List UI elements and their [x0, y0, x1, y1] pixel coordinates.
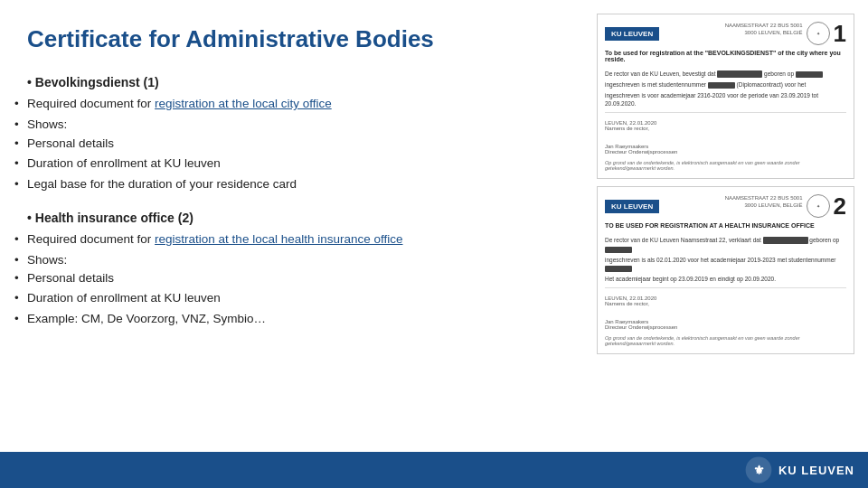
ku-leuven-logo-text: KU LEUVEN	[778, 464, 854, 477]
cert-card-1-header: KU LEUVEN NAAMSESTRAAT 22 BUS 50013000 L…	[605, 22, 846, 45]
ku-leuven-badge-1-text: KU LEUVEN	[611, 30, 653, 38]
section1-items: Required document for registration at th…	[27, 95, 561, 194]
cert-2-line1: De rector van de KU Leuven Naamsestraat …	[605, 236, 846, 254]
link-local-city-office[interactable]: registration at the local city office	[155, 97, 332, 110]
cert-1-signature: LEUVEN, 22.01.2020 Namens de rector, Jan…	[605, 120, 846, 155]
section2-items: Required document for registration at th…	[27, 230, 561, 330]
section2-item1: Required document for registration at th…	[27, 230, 561, 249]
section2-shows-items: Personal details Duration of enrollment …	[27, 269, 561, 308]
page-title: Certificate for Administrative Bodies	[27, 25, 561, 53]
cert-2-redact3	[605, 266, 632, 272]
section2-item2: Shows: Personal details Duration of enro…	[27, 251, 561, 309]
right-panel-inner: KU LEUVEN NAAMSESTRAAT 22 BUS 50013000 L…	[592, 9, 859, 395]
cert-2-title: TO BE USED FOR REGISTRATION AT A HEALTH …	[605, 222, 846, 229]
cert-1-seal: ✦	[807, 22, 830, 45]
cert-1-sig-space	[605, 131, 846, 144]
section2-title: • Health insurance office (2)	[27, 211, 193, 225]
section1-item1: Required document for registration at th…	[27, 95, 561, 114]
section-bevolkingsdienst: • Bevolkingsdienst (1) Required document…	[27, 73, 561, 194]
ku-leuven-logo-bottom: ⚜ KU LEUVEN	[744, 455, 854, 484]
cert-2-redact2	[605, 247, 632, 253]
cert-2-sig-space	[605, 306, 846, 319]
cert-2-footer: Op grond van de ondertekende, is elektro…	[605, 335, 846, 346]
right-panel: KU LEUVEN NAAMSESTRAAT 22 BUS 50013000 L…	[588, 0, 868, 488]
ku-leuven-badge-1: KU LEUVEN	[605, 27, 659, 41]
section1-title: • Bevolkingsdienst (1)	[27, 75, 159, 89]
cert-1-redact2	[796, 71, 823, 78]
bottom-logo-bar: ⚜ KU LEUVEN	[0, 452, 868, 488]
cert-1-signer-title: Directeur Onderwijsprocessen	[605, 149, 846, 155]
section2-shows-label: Shows:	[27, 253, 67, 267]
section1-item3: Legal base for the duration of your resi…	[27, 175, 561, 194]
ku-leuven-logo-icon: ⚜	[744, 455, 773, 484]
cert-1-footer: Op grond van de ondertekende, is elektro…	[605, 160, 846, 171]
content-list: • Bevolkingsdienst (1) Required document…	[27, 73, 561, 329]
section2-shows-item1: Personal details	[27, 269, 561, 288]
cert-card-2-number: 2	[834, 194, 846, 218]
ku-leuven-badge-2: KU LEUVEN	[605, 200, 659, 213]
left-panel: Certificate for Administrative Bodies • …	[0, 0, 588, 488]
section2-shows-item2: Duration of enrollment at KU leuven	[27, 289, 561, 308]
cert-2-seal: ✦	[807, 194, 830, 218]
section1-shows-item2: Duration of enrollment at KU leuven	[27, 155, 561, 174]
cert-1-redact3	[708, 82, 735, 89]
ku-leuven-badge-2-text: KU LEUVEN	[611, 202, 653, 211]
section2-item3: Example: CM, De Voorzorg, VNZ, Symbio…	[27, 310, 561, 329]
cert-2-redact1	[763, 237, 808, 244]
cert-1-divider	[605, 112, 846, 113]
section1-shows-items: Personal details Duration of enrollment …	[27, 135, 561, 174]
cert-1-redact1	[717, 70, 762, 78]
main-layout: Certificate for Administrative Bodies • …	[0, 0, 868, 488]
section-health-insurance: • Health insurance office (2) Required d…	[27, 209, 561, 330]
cert-1-line3: ingeschreven is voor academiejaar 2316-2…	[605, 91, 846, 109]
section1-item1-text: Required document for registration at th…	[27, 97, 332, 110]
cert-1-line2: ingeschreven is met studentennummer (Dip…	[605, 80, 846, 89]
cert-2-signer-title: Directeur Onderwijsprocessen	[605, 324, 846, 330]
link-health-insurance-office[interactable]: registration at the local health insuran…	[155, 232, 402, 246]
cert-1-body: De rector van de KU Leuven, bevestigt da…	[605, 70, 846, 108]
cert-card-1-number: 1	[834, 22, 846, 45]
section1-shows-label: Shows:	[27, 117, 67, 131]
cert-1-line1: De rector van de KU Leuven, bevestigt da…	[605, 70, 846, 79]
cert-2-address: NAAMSESTRAAT 22 BUS 50013000 LEUVEN, BEL…	[725, 194, 803, 210]
cert-2-divider	[605, 287, 846, 288]
cert-card-2: KU LEUVEN NAAMSESTRAAT 22 BUS 50013000 L…	[597, 186, 854, 354]
cert-2-body: De rector van de KU Leuven Naamsestraat …	[605, 236, 846, 284]
cert-2-signature: LEUVEN, 22.01.2020 Namens de rector, Jan…	[605, 296, 846, 330]
cert-2-line2: ingeschreven is als 02.01.2020 voor het …	[605, 256, 846, 274]
cert-card-2-header: KU LEUVEN NAAMSESTRAAT 22 BUS 50013000 L…	[605, 194, 846, 218]
cert-1-title: To be used for registration at the "BEVO…	[605, 50, 846, 62]
section1-shows-item1: Personal details	[27, 135, 561, 154]
section2-item1-text: Required document for registration at th…	[27, 232, 403, 246]
section1-item2: Shows: Personal details Duration of enro…	[27, 116, 561, 174]
svg-text:⚜: ⚜	[752, 463, 764, 477]
cert-card-1: KU LEUVEN NAAMSESTRAAT 22 BUS 50013000 L…	[597, 14, 854, 179]
cert-1-address: NAAMSESTRAAT 22 BUS 50013000 LEUVEN, BEL…	[725, 22, 803, 37]
cert-2-line3: Het academiejaar begint op 23.09.2019 en…	[605, 275, 846, 284]
